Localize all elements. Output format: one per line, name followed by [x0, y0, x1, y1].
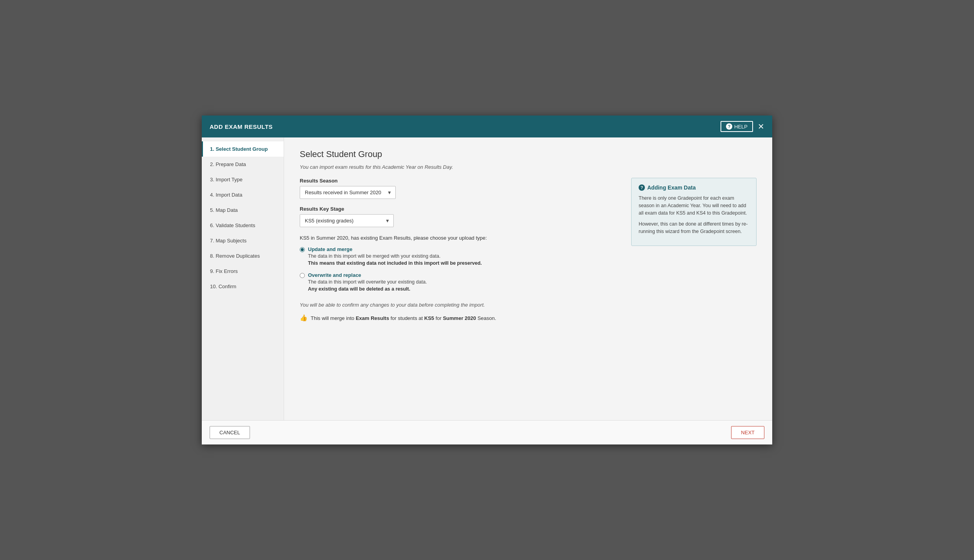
- header-actions: ? HELP ✕: [721, 121, 764, 132]
- results-season-select-wrapper: Results received in Summer 2020 ▼: [300, 186, 396, 199]
- info-box-title: ? Adding Exam Data: [639, 184, 749, 191]
- modal-dialog: ADD EXAM RESULTS ? HELP ✕ 1. Select Stud…: [202, 116, 772, 444]
- page-title: Select Student Group: [300, 149, 757, 159]
- option-update-merge-title: Update and merge: [308, 246, 482, 252]
- results-season-label: Results Season: [300, 178, 616, 184]
- upload-type-section: KS5 in Summer 2020, has existing Exam Re…: [300, 235, 616, 293]
- next-button[interactable]: NEXT: [731, 426, 764, 439]
- form-section: Results Season Results received in Summe…: [300, 178, 757, 322]
- thumbs-up-icon: 👍: [300, 314, 308, 322]
- help-label: HELP: [734, 124, 748, 130]
- confirm-note: You will be able to confirm any changes …: [300, 302, 616, 308]
- modal-body: 1. Select Student Group 2. Prepare Data …: [202, 137, 772, 420]
- sidebar-item-step2[interactable]: 2. Prepare Data: [202, 157, 284, 172]
- info-box-para1: There is only one Gradepoint for each ex…: [639, 195, 749, 217]
- option-update-merge-label[interactable]: Update and merge The data in this import…: [300, 246, 616, 267]
- option-overwrite-replace-label[interactable]: Overwrite and replace The data in this i…: [300, 272, 616, 293]
- sidebar-item-step10[interactable]: 10. Confirm: [202, 279, 284, 294]
- main-content: Select Student Group You can import exam…: [284, 137, 772, 420]
- page-subtitle: You can import exam results for this Aca…: [300, 164, 757, 170]
- help-button[interactable]: ? HELP: [721, 121, 753, 132]
- sidebar-item-step7[interactable]: 7. Map Subjects: [202, 233, 284, 248]
- option-update-merge: Update and merge The data in this import…: [300, 246, 616, 267]
- form-fields: Results Season Results received in Summe…: [300, 178, 616, 322]
- results-key-stage-label: Results Key Stage: [300, 206, 616, 212]
- info-box: ? Adding Exam Data There is only one Gra…: [631, 178, 757, 246]
- option-update-merge-desc: The data in this import will be merged w…: [308, 253, 482, 267]
- option-overwrite-replace-desc: The data in this import will overwrite y…: [308, 279, 427, 293]
- sidebar-item-step4[interactable]: 4. Import Data: [202, 187, 284, 202]
- results-key-stage-group: Results Key Stage KS5 (existing grades) …: [300, 206, 616, 227]
- close-button[interactable]: ✕: [758, 123, 764, 130]
- results-season-select[interactable]: Results received in Summer 2020: [300, 186, 396, 199]
- sidebar-item-step5[interactable]: 5. Map Data: [202, 202, 284, 218]
- merge-summary-text: This will merge into Exam Results for st…: [311, 315, 496, 321]
- modal-footer: CANCEL NEXT: [202, 420, 772, 444]
- info-box-para2: However, this can be done at different t…: [639, 220, 749, 235]
- sidebar-item-step6[interactable]: 6. Validate Students: [202, 218, 284, 233]
- sidebar-item-step8[interactable]: 8. Remove Duplicates: [202, 248, 284, 264]
- results-season-group: Results Season Results received in Summe…: [300, 178, 616, 199]
- results-key-stage-select[interactable]: KS5 (existing grades): [300, 214, 394, 227]
- radio-update-merge[interactable]: [300, 247, 305, 252]
- sidebar: 1. Select Student Group 2. Prepare Data …: [202, 137, 284, 420]
- merge-summary-row: 👍 This will merge into Exam Results for …: [300, 314, 616, 322]
- sidebar-item-step3[interactable]: 3. Import Type: [202, 172, 284, 187]
- results-key-stage-select-wrapper: KS5 (existing grades) ▼: [300, 214, 394, 227]
- cancel-button[interactable]: CANCEL: [210, 426, 250, 439]
- sidebar-item-step9[interactable]: 9. Fix Errors: [202, 264, 284, 279]
- option-overwrite-replace: Overwrite and replace The data in this i…: [300, 272, 616, 293]
- modal-header: ADD EXAM RESULTS ? HELP ✕: [202, 116, 772, 137]
- help-icon: ?: [726, 123, 732, 130]
- modal-title: ADD EXAM RESULTS: [210, 123, 273, 130]
- upload-type-prompt: KS5 in Summer 2020, has existing Exam Re…: [300, 235, 616, 241]
- info-circle-icon: ?: [639, 184, 645, 191]
- radio-overwrite-replace[interactable]: [300, 273, 305, 278]
- sidebar-item-step1[interactable]: 1. Select Student Group: [202, 141, 284, 157]
- option-overwrite-replace-title: Overwrite and replace: [308, 272, 427, 278]
